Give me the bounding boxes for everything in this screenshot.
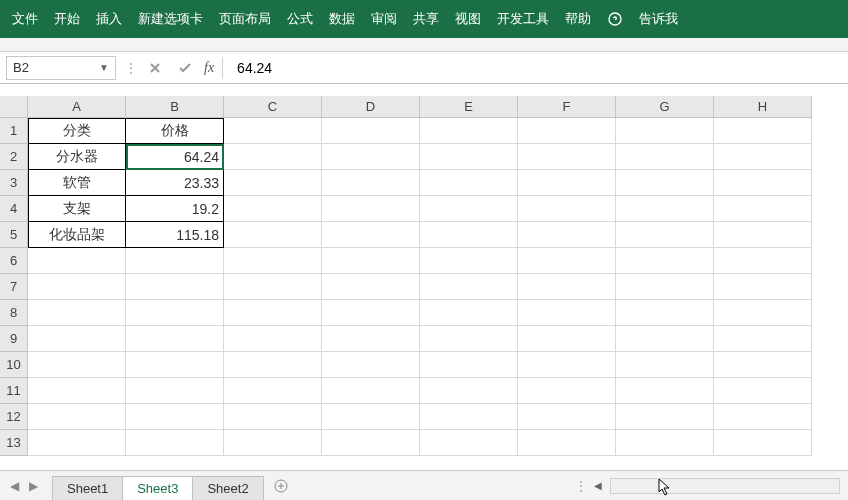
cell-E4[interactable] <box>420 196 518 222</box>
row-header-8[interactable]: 8 <box>0 300 28 326</box>
ribbon-tab-home[interactable]: 开始 <box>46 0 88 38</box>
cell-E10[interactable] <box>420 352 518 378</box>
row-header-3[interactable]: 3 <box>0 170 28 196</box>
cell-D13[interactable] <box>322 430 420 456</box>
row-header-1[interactable]: 1 <box>0 118 28 144</box>
fx-icon[interactable]: fx <box>204 60 214 76</box>
cell-H12[interactable] <box>714 404 812 430</box>
sheet-tab-3[interactable]: Sheet2 <box>192 476 263 500</box>
col-header-E[interactable]: E <box>420 96 518 118</box>
cell-G10[interactable] <box>616 352 714 378</box>
tellme-icon[interactable] <box>599 0 631 38</box>
cell-A12[interactable] <box>28 404 126 430</box>
cell-B8[interactable] <box>126 300 224 326</box>
row-header-9[interactable]: 9 <box>0 326 28 352</box>
cell-H2[interactable] <box>714 144 812 170</box>
cell-D6[interactable] <box>322 248 420 274</box>
cell-F13[interactable] <box>518 430 616 456</box>
cell-E5[interactable] <box>420 222 518 248</box>
cell-F1[interactable] <box>518 118 616 144</box>
ribbon-tab-insert[interactable]: 插入 <box>88 0 130 38</box>
cell-C5[interactable] <box>224 222 322 248</box>
cell-E6[interactable] <box>420 248 518 274</box>
cell-H9[interactable] <box>714 326 812 352</box>
cell-E11[interactable] <box>420 378 518 404</box>
cell-D2[interactable] <box>322 144 420 170</box>
cell-F3[interactable] <box>518 170 616 196</box>
cell-B3[interactable]: 23.33 <box>126 170 224 196</box>
cell-A11[interactable] <box>28 378 126 404</box>
cell-D5[interactable] <box>322 222 420 248</box>
cell-H1[interactable] <box>714 118 812 144</box>
cell-B7[interactable] <box>126 274 224 300</box>
tab-nav-prev-icon[interactable]: ◀ <box>6 477 23 495</box>
cell-G7[interactable] <box>616 274 714 300</box>
cell-D11[interactable] <box>322 378 420 404</box>
cell-F12[interactable] <box>518 404 616 430</box>
cell-F4[interactable] <box>518 196 616 222</box>
cell-G2[interactable] <box>616 144 714 170</box>
grip-icon[interactable]: ⋮ <box>574 478 586 494</box>
cell-H5[interactable] <box>714 222 812 248</box>
cell-E9[interactable] <box>420 326 518 352</box>
cell-D4[interactable] <box>322 196 420 222</box>
cell-C7[interactable] <box>224 274 322 300</box>
tab-nav-next-icon[interactable]: ▶ <box>25 477 42 495</box>
ribbon-tab-tellme[interactable]: 告诉我 <box>631 0 686 38</box>
cell-E2[interactable] <box>420 144 518 170</box>
sheet-tab-1[interactable]: Sheet1 <box>52 476 123 500</box>
cell-F11[interactable] <box>518 378 616 404</box>
cell-F7[interactable] <box>518 274 616 300</box>
col-header-D[interactable]: D <box>322 96 420 118</box>
cell-G8[interactable] <box>616 300 714 326</box>
cell-G9[interactable] <box>616 326 714 352</box>
cell-C11[interactable] <box>224 378 322 404</box>
ribbon-tab-new[interactable]: 新建选项卡 <box>130 0 211 38</box>
col-header-G[interactable]: G <box>616 96 714 118</box>
cell-A6[interactable] <box>28 248 126 274</box>
cell-E3[interactable] <box>420 170 518 196</box>
cell-C1[interactable] <box>224 118 322 144</box>
cell-C9[interactable] <box>224 326 322 352</box>
cell-H7[interactable] <box>714 274 812 300</box>
scroll-left-icon[interactable]: ◀ <box>590 478 606 494</box>
cell-F2[interactable] <box>518 144 616 170</box>
row-header-6[interactable]: 6 <box>0 248 28 274</box>
cell-G6[interactable] <box>616 248 714 274</box>
cell-D3[interactable] <box>322 170 420 196</box>
cell-B6[interactable] <box>126 248 224 274</box>
row-header-2[interactable]: 2 <box>0 144 28 170</box>
cell-A8[interactable] <box>28 300 126 326</box>
cell-B12[interactable] <box>126 404 224 430</box>
cell-C8[interactable] <box>224 300 322 326</box>
cell-F10[interactable] <box>518 352 616 378</box>
cell-C6[interactable] <box>224 248 322 274</box>
cell-D1[interactable] <box>322 118 420 144</box>
cell-B1[interactable]: 价格 <box>126 118 224 144</box>
cell-C12[interactable] <box>224 404 322 430</box>
row-header-5[interactable]: 5 <box>0 222 28 248</box>
confirm-formula-button[interactable] <box>174 57 196 79</box>
ribbon-tab-view[interactable]: 视图 <box>447 0 489 38</box>
cell-G12[interactable] <box>616 404 714 430</box>
cell-C13[interactable] <box>224 430 322 456</box>
cell-G13[interactable] <box>616 430 714 456</box>
ribbon-tab-data[interactable]: 数据 <box>321 0 363 38</box>
cell-H3[interactable] <box>714 170 812 196</box>
cell-F8[interactable] <box>518 300 616 326</box>
cell-H10[interactable] <box>714 352 812 378</box>
cell-H11[interactable] <box>714 378 812 404</box>
cell-A1[interactable]: 分类 <box>28 118 126 144</box>
cell-B13[interactable] <box>126 430 224 456</box>
cell-B5[interactable]: 115.18 <box>126 222 224 248</box>
row-header-7[interactable]: 7 <box>0 274 28 300</box>
ribbon-tab-review[interactable]: 审阅 <box>363 0 405 38</box>
row-header-11[interactable]: 11 <box>0 378 28 404</box>
cell-B2[interactable]: 64.24 <box>126 144 224 170</box>
col-header-B[interactable]: B <box>126 96 224 118</box>
row-header-12[interactable]: 12 <box>0 404 28 430</box>
ribbon-tab-layout[interactable]: 页面布局 <box>211 0 279 38</box>
ribbon-tab-share[interactable]: 共享 <box>405 0 447 38</box>
cell-H8[interactable] <box>714 300 812 326</box>
cell-C2[interactable] <box>224 144 322 170</box>
